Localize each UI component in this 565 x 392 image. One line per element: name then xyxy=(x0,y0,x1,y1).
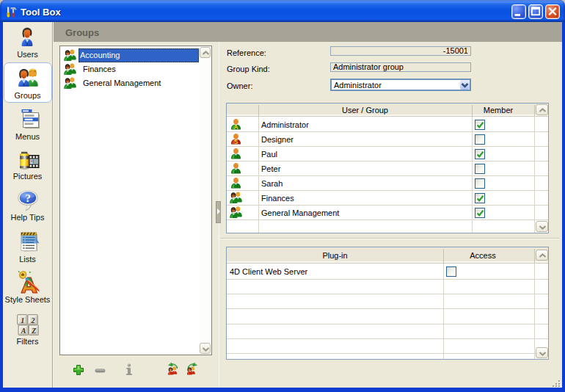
svg-text:2: 2 xyxy=(31,316,35,324)
svg-text:?: ? xyxy=(25,192,31,204)
svg-text:1: 1 xyxy=(21,316,24,324)
svg-text:A: A xyxy=(21,327,26,335)
svg-text:Z: Z xyxy=(31,327,36,335)
